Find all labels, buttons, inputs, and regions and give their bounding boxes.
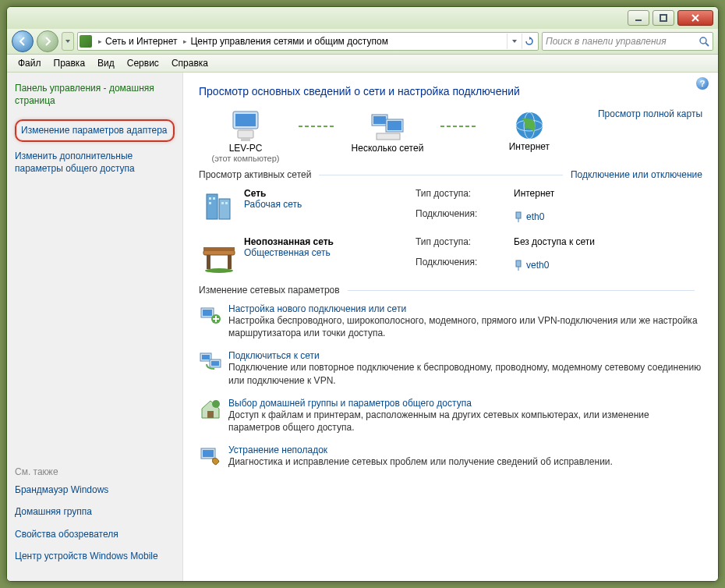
settings-list: Настройка нового подключения или сети На… xyxy=(199,303,702,468)
breadcrumb-seg-1[interactable]: Сеть и Интернет xyxy=(105,36,177,47)
network-entry: Неопознанная сеть Общественная сеть Тип … xyxy=(199,236,702,274)
access-type-label: Тип доступа: xyxy=(416,236,501,253)
netmap-node2-label: Несколько сетей xyxy=(352,143,424,154)
svg-rect-0 xyxy=(635,19,642,21)
setting-title-link[interactable]: Настройка нового подключения или сети xyxy=(228,303,406,314)
setting-description: Доступ к файлам и принтерам, расположенн… xyxy=(228,409,702,434)
svg-rect-38 xyxy=(211,361,219,366)
breadcrumb-seg-2[interactable]: Центр управления сетями и общим доступом xyxy=(190,36,388,47)
setting-title-link[interactable]: Выбор домашней группы и параметров общег… xyxy=(228,398,472,409)
setting-title-link[interactable]: Подключиться к сети xyxy=(228,350,320,361)
maximize-button[interactable] xyxy=(652,10,674,26)
svg-rect-22 xyxy=(225,202,228,204)
window: ▸Сеть и Интернет ▸Центр управления сетям… xyxy=(6,6,719,582)
setting-title-link[interactable]: Устранение неполадок xyxy=(228,445,327,455)
connection-link[interactable]: veth0 xyxy=(526,260,549,271)
page-title: Просмотр основных сведений о сети и наст… xyxy=(199,85,702,97)
netmap-node1-label: LEV-PC xyxy=(229,143,263,154)
connections-label: Подключения: xyxy=(416,208,501,225)
sidebar-internet-options[interactable]: Свойства обозревателя xyxy=(15,528,175,540)
access-type-value: Без доступа к сети xyxy=(514,236,595,253)
work-network-icon xyxy=(199,188,239,225)
address-dropdown[interactable] xyxy=(507,34,522,49)
sidebar-sharing-settings[interactable]: Изменить дополнительные параметры общего… xyxy=(15,150,175,175)
sidebar-adapter-settings[interactable]: Изменение параметров адаптера xyxy=(21,124,168,136)
setting-item: Настройка нового подключения или сети На… xyxy=(199,303,702,339)
sidebar-firewall[interactable]: Брандмауэр Windows xyxy=(15,484,175,496)
address-bar[interactable]: ▸Сеть и Интернет ▸Центр управления сетям… xyxy=(77,32,539,51)
svg-rect-25 xyxy=(203,250,235,255)
svg-rect-20 xyxy=(209,202,211,204)
netmap-node3-label: Интернет xyxy=(509,141,550,152)
svg-rect-21 xyxy=(221,202,224,204)
network-type-link[interactable]: Общественная сеть xyxy=(244,247,331,258)
content: ? Просмотр основных сведений о сети и на… xyxy=(183,73,718,581)
connection-link[interactable]: eth0 xyxy=(526,211,544,222)
svg-rect-6 xyxy=(238,130,253,138)
svg-rect-1 xyxy=(660,15,667,21)
change-settings-title: Изменение сетевых параметров xyxy=(199,285,340,296)
svg-rect-26 xyxy=(203,247,235,250)
svg-point-40 xyxy=(212,400,220,408)
svg-rect-7 xyxy=(241,138,250,141)
adapter-icon xyxy=(514,211,523,222)
connect-disconnect-link[interactable]: Подключение или отключение xyxy=(571,169,702,180)
sidebar-homegroup[interactable]: Домашняя группа xyxy=(15,505,175,518)
refresh-button[interactable] xyxy=(522,34,536,49)
search-icon xyxy=(698,36,709,47)
forward-button[interactable] xyxy=(37,30,58,52)
network-type-link[interactable]: Рабочая сеть xyxy=(244,199,302,210)
network-name: Неопознанная сеть xyxy=(244,236,377,247)
menu-view[interactable]: Вид xyxy=(91,56,121,70)
sidebar-windows-mobile[interactable]: Центр устройств Windows Mobile xyxy=(15,550,175,562)
svg-rect-19 xyxy=(213,197,215,200)
address-bar-row: ▸Сеть и Интернет ▸Центр управления сетям… xyxy=(7,29,718,55)
svg-rect-11 xyxy=(387,121,401,130)
homegroup-icon xyxy=(199,398,222,421)
minimize-button[interactable] xyxy=(628,10,649,26)
setting-description: Подключение или повторное подключение к … xyxy=(228,361,702,386)
menu-edit[interactable]: Правка xyxy=(48,56,92,70)
svg-rect-39 xyxy=(207,411,214,418)
connect-network-icon xyxy=(199,350,222,374)
svg-point-2 xyxy=(700,37,706,44)
sidebar-see-also-header: См. также xyxy=(15,466,175,477)
svg-rect-5 xyxy=(235,114,256,126)
troubleshoot-icon xyxy=(199,445,222,468)
svg-rect-30 xyxy=(516,260,521,267)
access-type-value: Интернет xyxy=(514,188,554,205)
network-map: LEV-PC (этот компьютер) Несколько сетей … xyxy=(199,108,702,163)
svg-rect-23 xyxy=(516,212,521,218)
menu-file[interactable]: Файл xyxy=(12,56,48,70)
netmap-internet[interactable]: Интернет xyxy=(483,110,576,161)
change-settings-header: Изменение сетевых параметров xyxy=(199,285,702,296)
netmap-this-pc[interactable]: LEV-PC (этот компьютер) xyxy=(199,108,292,163)
sidebar-cp-home[interactable]: Панель управления - домашняя страница xyxy=(15,82,175,107)
search-input[interactable]: Поиск в панели управления xyxy=(542,32,713,51)
adapter-icon xyxy=(514,260,523,271)
view-full-map-link[interactable]: Просмотр полной карты xyxy=(598,108,702,119)
svg-rect-27 xyxy=(207,255,210,269)
network-entry: Сеть Рабочая сеть Тип доступа: Интернет … xyxy=(199,188,702,225)
body: Панель управления - домашняя страница Из… xyxy=(7,73,718,581)
back-button[interactable] xyxy=(12,30,34,52)
control-panel-icon xyxy=(80,35,92,48)
search-placeholder: Поиск в панели управления xyxy=(546,36,667,47)
menu-bar: Файл Правка Вид Сервис Справка xyxy=(7,55,718,73)
svg-rect-28 xyxy=(228,255,232,269)
menu-service[interactable]: Сервис xyxy=(121,56,165,70)
active-networks-title: Просмотр активных сетей xyxy=(199,169,311,180)
access-type-label: Тип доступа: xyxy=(416,188,501,205)
history-dropdown[interactable] xyxy=(62,32,74,51)
svg-rect-18 xyxy=(209,197,211,200)
active-networks-header: Просмотр активных сетей Подключение или … xyxy=(199,169,702,180)
svg-rect-42 xyxy=(203,450,214,457)
close-button[interactable] xyxy=(677,10,713,26)
netmap-multiple-networks[interactable]: Несколько сетей xyxy=(341,108,434,163)
public-network-icon xyxy=(199,236,239,274)
menu-help[interactable]: Справка xyxy=(165,56,214,70)
help-icon[interactable]: ? xyxy=(696,77,709,90)
new-connection-icon xyxy=(199,303,222,327)
setting-item: Устранение неполадок Диагностика и испра… xyxy=(199,445,702,468)
svg-rect-12 xyxy=(377,133,400,140)
